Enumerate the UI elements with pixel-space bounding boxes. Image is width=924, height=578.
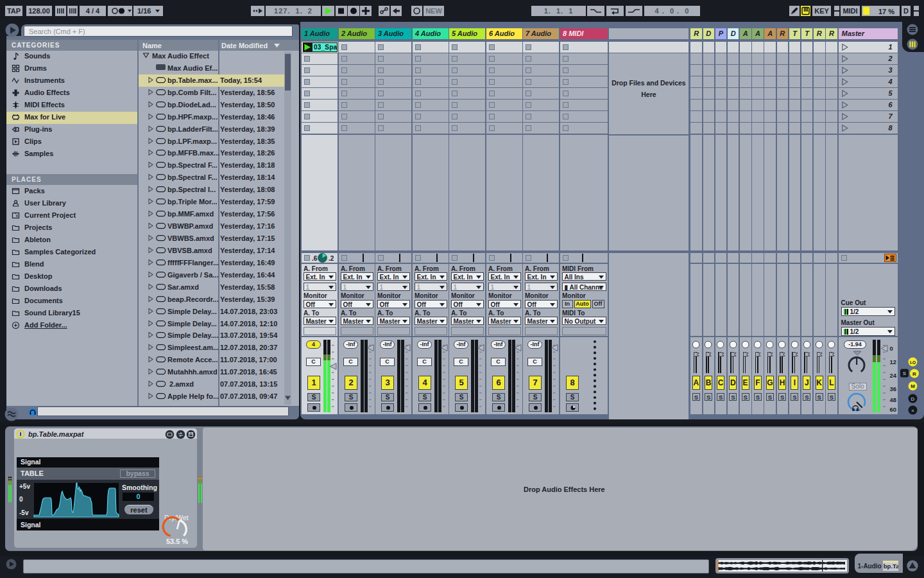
svg-text:R: R [912, 371, 916, 377]
svg-text:M: M [911, 383, 915, 389]
svg-text:I-O: I-O [910, 360, 916, 365]
svg-text:S: S [903, 371, 907, 376]
svg-text:D: D [911, 396, 915, 402]
svg-text:×: × [911, 408, 914, 414]
